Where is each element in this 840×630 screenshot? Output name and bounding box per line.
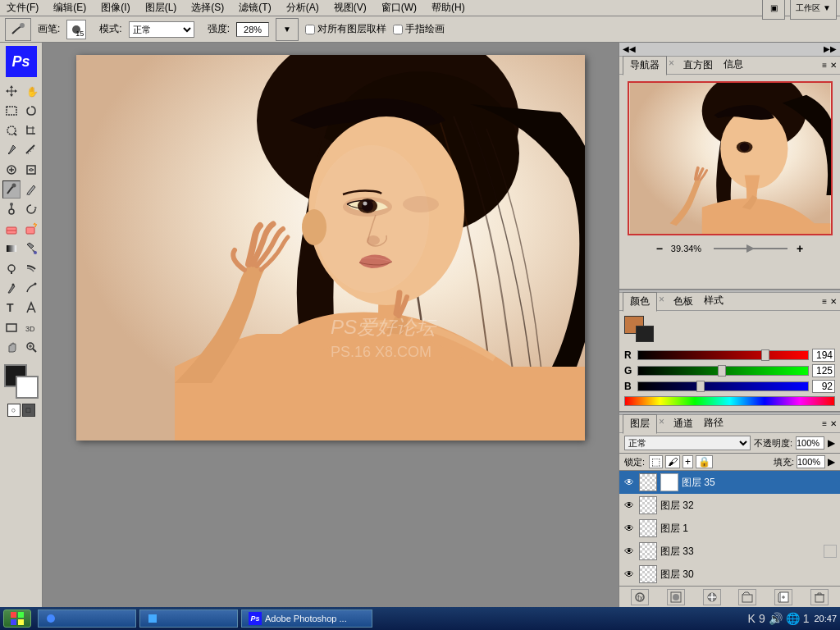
pencil-tool[interactable]	[22, 180, 40, 199]
layer-33-eye[interactable]: 👁	[623, 546, 636, 557]
lock-position-btn[interactable]: +	[682, 455, 693, 468]
hand-tool[interactable]	[2, 338, 21, 356]
taskbar-item-0[interactable]	[38, 609, 136, 628]
blend-mode-select[interactable]: 正常	[624, 436, 751, 450]
layer-row[interactable]: 👁 图层 33	[619, 540, 840, 563]
lasso-tool[interactable]	[22, 102, 40, 120]
move-tool[interactable]	[2, 82, 21, 100]
zoom-tool[interactable]	[22, 338, 40, 356]
smudge-tool[interactable]	[22, 259, 40, 277]
green-slider[interactable]	[637, 366, 809, 376]
zoom-out-btn[interactable]: −	[656, 242, 663, 255]
add-fx-btn[interactable]: fx	[631, 589, 649, 605]
opacity-arrow[interactable]: ▶	[828, 437, 835, 449]
gradient-tool[interactable]	[2, 240, 21, 258]
lock-all-btn[interactable]: 🔒	[696, 455, 713, 468]
menu-image[interactable]: 图像(I)	[98, 1, 133, 15]
eyedropper-tool[interactable]	[2, 141, 21, 159]
patch-tool[interactable]	[22, 161, 40, 179]
path-select-tool[interactable]	[22, 299, 40, 317]
strength-arrow[interactable]: ▼	[276, 18, 299, 41]
finger-paint-checkbox[interactable]: 手指绘画	[393, 22, 445, 36]
freeform-pen-tool[interactable]	[22, 279, 40, 297]
tab-navigator[interactable]: 导航器	[623, 56, 667, 75]
clone-tool[interactable]	[2, 200, 21, 218]
layer-32-eye[interactable]: 👁	[623, 500, 636, 511]
panels-collapse-btn[interactable]: ◀◀	[623, 44, 636, 53]
heal-tool[interactable]	[2, 161, 21, 179]
add-adjustment-btn[interactable]	[703, 589, 721, 605]
menu-select[interactable]: 选择(S)	[188, 1, 227, 15]
tab-channels[interactable]: 通道	[666, 414, 701, 433]
magic-eraser-tool[interactable]	[22, 220, 40, 238]
tab-info[interactable]: 信息	[720, 56, 746, 75]
taskbar-photoshop[interactable]: Ps Adobe Photoshop ...	[241, 609, 372, 628]
menu-view[interactable]: 视图(V)	[331, 1, 370, 15]
menu-edit[interactable]: 编辑(E)	[50, 1, 89, 15]
quick-mask-btn[interactable]: ○	[7, 404, 21, 417]
strength-input[interactable]	[236, 22, 269, 37]
spectrum-bar[interactable]	[624, 396, 835, 406]
menu-layer[interactable]: 图层(L)	[142, 1, 180, 15]
layer-row[interactable]: 👁 图层 30	[619, 563, 840, 586]
zoom-in-btn[interactable]: +	[797, 242, 803, 255]
r-value[interactable]: 194	[812, 349, 835, 362]
layer-1-eye[interactable]: 👁	[623, 523, 636, 534]
options-btn[interactable]: ▣	[762, 0, 785, 20]
zoom-slider-track[interactable]	[710, 243, 792, 254]
red-slider[interactable]	[637, 350, 809, 360]
history-brush-tool[interactable]	[22, 200, 40, 218]
smudge-tool-btn[interactable]	[5, 18, 31, 41]
fill-input[interactable]	[797, 455, 825, 468]
tab-histogram[interactable]: 直方图	[676, 56, 720, 75]
background-color[interactable]	[16, 376, 39, 399]
pen-tool[interactable]	[2, 279, 21, 297]
opacity-input[interactable]	[796, 436, 824, 450]
brush-size-display[interactable]: 15	[66, 20, 86, 39]
hand-tool-2[interactable]: ✋	[22, 82, 40, 100]
mode-select[interactable]: 正常	[129, 21, 194, 38]
ruler-tool[interactable]	[22, 141, 40, 159]
taskbar-item-1[interactable]	[139, 609, 238, 628]
lock-image-btn[interactable]: 🖌	[665, 455, 680, 468]
shape-tool[interactable]	[2, 318, 21, 336]
all-layers-checkbox[interactable]: 对所有图层取样	[305, 22, 386, 36]
dodge-tool[interactable]	[2, 259, 21, 277]
color-menu-btn[interactable]: ≡	[822, 297, 827, 306]
start-button[interactable]	[3, 609, 31, 628]
new-layer-btn[interactable]	[774, 589, 792, 605]
marquee-tool[interactable]	[2, 102, 21, 120]
layer-30-eye[interactable]: 👁	[623, 568, 636, 580]
add-group-btn[interactable]	[738, 589, 756, 605]
layers-close-btn[interactable]: ✕	[830, 419, 837, 428]
menu-window[interactable]: 窗口(W)	[378, 1, 420, 15]
fill-arrow[interactable]: ▶	[828, 456, 835, 468]
tab-styles[interactable]: 样式	[701, 292, 727, 311]
navigator-close-btn[interactable]: ✕	[830, 61, 837, 70]
tab-swatches[interactable]: 色板	[666, 292, 701, 311]
crop-tool[interactable]	[22, 121, 40, 139]
tab-color[interactable]: 颜色	[623, 292, 657, 312]
menu-file[interactable]: 文件(F)	[3, 1, 42, 15]
panels-options-btn[interactable]: ▶▶	[824, 44, 837, 53]
color-close-btn[interactable]: ✕	[830, 297, 837, 306]
eraser-tool[interactable]	[2, 220, 21, 238]
text-tool[interactable]: T	[2, 299, 21, 317]
layer-35-eye[interactable]: 👁	[623, 477, 636, 488]
layers-menu-btn[interactable]: ≡	[822, 419, 827, 428]
menu-analysis[interactable]: 分析(A)	[283, 1, 322, 15]
blue-slider[interactable]	[637, 381, 809, 391]
3d-tool[interactable]: 3D	[22, 318, 40, 336]
layer-row[interactable]: 👁 图层 32	[619, 494, 840, 517]
b-value[interactable]: 92	[812, 380, 835, 393]
g-value[interactable]: 125	[812, 364, 835, 377]
color-bg-swatch[interactable]	[636, 326, 654, 342]
add-mask-btn[interactable]	[667, 589, 685, 605]
tab-layers[interactable]: 图层	[623, 414, 657, 434]
paint-bucket-tool[interactable]	[22, 240, 40, 258]
menu-filter[interactable]: 滤镜(T)	[235, 1, 274, 15]
layer-row[interactable]: 👁 图层 35	[619, 471, 840, 494]
quick-select-tool[interactable]	[2, 121, 21, 139]
lock-transparent-btn[interactable]: ⬚	[649, 455, 663, 468]
brush-tool[interactable]	[2, 180, 21, 199]
